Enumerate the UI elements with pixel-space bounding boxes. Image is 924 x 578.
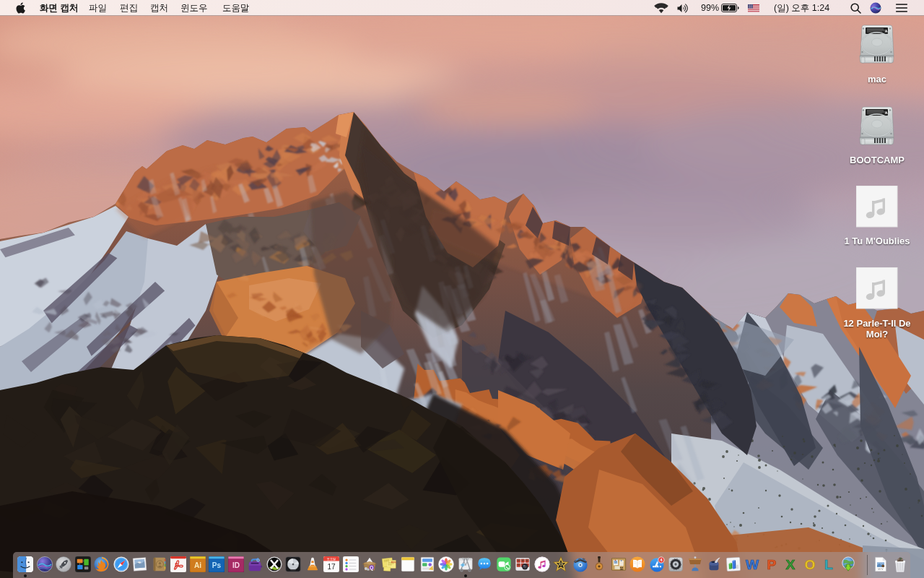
svg-text:W: W xyxy=(746,557,759,572)
svg-text:Ps: Ps xyxy=(212,561,222,569)
svg-text:L: L xyxy=(824,557,833,572)
svg-text:O: O xyxy=(804,557,815,572)
svg-text:Rtm: Rtm xyxy=(391,561,396,564)
svg-text:토요일: 토요일 xyxy=(327,557,336,561)
svg-text:P: P xyxy=(767,557,776,572)
svg-text:Ai: Ai xyxy=(193,561,201,569)
svg-text:Q: Q xyxy=(370,565,373,571)
svg-text:ID: ID xyxy=(232,561,239,569)
svg-text:17: 17 xyxy=(327,563,336,571)
svg-text:X: X xyxy=(786,557,796,572)
svg-text:MOV: MOV xyxy=(878,568,884,571)
